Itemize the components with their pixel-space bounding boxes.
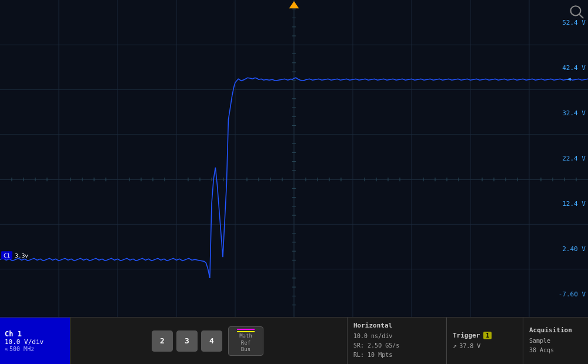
channel-2-button[interactable]: 2 [152, 330, 173, 352]
trigger-title-row: Trigger 1 [453, 332, 517, 339]
ch1-title: Ch 1 [5, 330, 65, 338]
acquisition-section: Acquisition Sample 38 Acqs [523, 318, 588, 364]
math-ref-bus-label: MathRefBus [239, 333, 252, 353]
oscilloscope-display: C1 3.3v ◄ 52.4 V 42.4 V 32.4 V 22.4 V 12… [0, 0, 588, 364]
ref-line-indicator [237, 331, 255, 332]
svg-text:C1: C1 [4, 252, 10, 259]
ch1-voltage-div: 10.0 V/div [5, 338, 65, 346]
grid-canvas: C1 3.3v ◄ 52.4 V 42.4 V 32.4 V 22.4 V 12… [0, 0, 588, 317]
horizontal-title: Horizontal [353, 322, 440, 329]
ch1-bandwidth: ≈ 500 MHz [5, 346, 65, 352]
bottom-bar: Ch 1 10.0 V/div ≈ 500 MHz 2 3 4 MathRefB… [0, 317, 588, 364]
grid-svg: C1 3.3v ◄ [0, 0, 588, 317]
trigger-section: Trigger 1 ↗ 37.8 V [447, 318, 523, 364]
trigger-arrow-icon: ↗ [453, 342, 457, 350]
horizontal-record-length: RL: 10 Mpts [353, 350, 440, 360]
horizontal-sample-rate: SR: 2.50 GS/s [353, 341, 440, 350]
ch1-info-panel: Ch 1 10.0 V/div ≈ 500 MHz [0, 318, 71, 364]
horizontal-time-div: 10.0 ns/div [353, 332, 440, 341]
trigger-badge: 1 [483, 332, 492, 339]
bandwidth-icon: ≈ [5, 346, 8, 352]
channel-3-button[interactable]: 3 [176, 330, 198, 352]
channel-4-button[interactable]: 4 [201, 330, 222, 352]
trigger-label: Trigger [453, 332, 480, 339]
channel-buttons-area: 2 3 4 MathRefBus [71, 318, 347, 364]
bandwidth-value: 500 MHz [9, 346, 34, 352]
acquisition-mode: Sample [529, 336, 582, 346]
trigger-level-value: 37.8 V [459, 343, 480, 349]
screen-area: C1 3.3v ◄ 52.4 V 42.4 V 32.4 V 22.4 V 12… [0, 0, 588, 317]
math-line-indicator [237, 329, 255, 330]
svg-text:◄: ◄ [566, 75, 571, 84]
svg-text:3.3v: 3.3v [15, 252, 28, 259]
acquisition-title: Acquisition [529, 326, 582, 334]
acquisition-count: 38 Acqs [529, 346, 582, 355]
trigger-level-row: ↗ 37.8 V [453, 342, 517, 350]
horizontal-section: Horizontal 10.0 ns/div SR: 2.50 GS/s RL:… [347, 318, 447, 364]
math-ref-bus-button[interactable]: MathRefBus [228, 326, 263, 356]
